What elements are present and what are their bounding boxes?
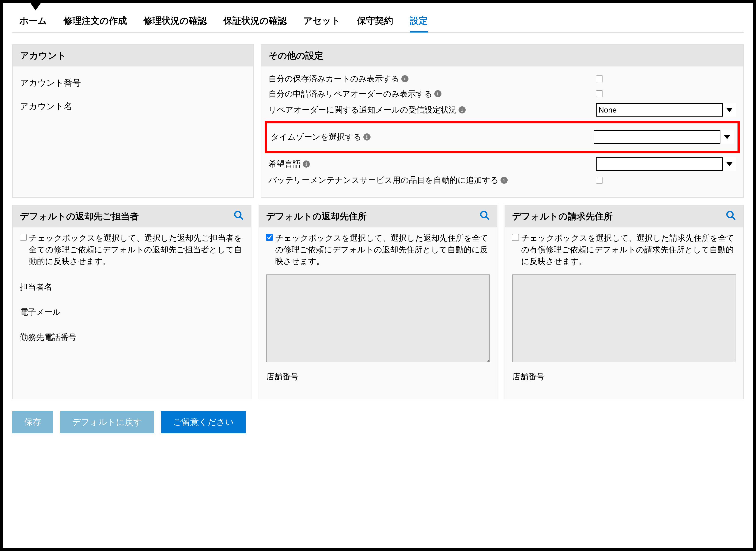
svg-line-1: [240, 216, 243, 219]
battery-row: バッテリーメンテナンスサービス用の品目を自動的に追加する i: [269, 172, 736, 188]
account-header: アカウント: [13, 45, 253, 66]
account-name-label: アカウント名: [20, 95, 246, 118]
svg-line-5: [732, 216, 735, 219]
search-icon[interactable]: [233, 210, 244, 223]
return-address-cb-text: チェックボックスを選択して、選択した返却先住所を全ての修理ご依頼にデフォルトの返…: [275, 232, 490, 267]
return-address-checkbox[interactable]: [266, 234, 273, 241]
tab-contract[interactable]: 保守契約: [357, 15, 393, 27]
info-icon[interactable]: i: [303, 160, 310, 168]
billing-address-panel: デフォルトの請求先住所 チェックボックスを選択して、選択した請求先住所を全ての有…: [505, 205, 744, 399]
info-icon[interactable]: i: [459, 106, 466, 113]
notify-label: リペアオーダーに関する通知メールの受信設定状況: [269, 104, 457, 116]
contact-email-label: 電子メール: [20, 300, 244, 325]
other-settings-panel: その他の設定 自分の保存済みカートのみ表示する i 自分の申請済みリペアオーダー…: [261, 44, 744, 198]
search-icon[interactable]: [726, 210, 736, 223]
language-select[interactable]: [596, 157, 736, 171]
note-button[interactable]: ご留意ください: [161, 411, 246, 433]
return-contact-checkbox[interactable]: [20, 234, 27, 241]
saved-cart-checkbox[interactable]: [596, 75, 603, 82]
tab-create-repair[interactable]: 修理注文の作成: [64, 15, 127, 27]
timezone-select[interactable]: [594, 130, 734, 144]
billing-address-header: デフォルトの請求先住所: [512, 210, 613, 222]
timezone-label: タイムゾーンを選択する: [271, 131, 362, 143]
notify-row: リペアオーダーに関する通知メールの受信設定状況 i None: [269, 101, 736, 118]
billing-address-checkbox[interactable]: [512, 234, 519, 241]
billing-address-textarea[interactable]: [512, 274, 736, 362]
repair-order-label: 自分の申請済みリペアオーダーのみ表示する: [269, 88, 432, 100]
tab-warranty-status[interactable]: 保証状況の確認: [223, 15, 287, 27]
language-label: 希望言語: [269, 158, 301, 170]
svg-point-4: [727, 211, 733, 217]
account-panel: アカウント アカウント番号 アカウント名: [12, 44, 254, 198]
contact-phone-label: 勤務先電話番号: [20, 325, 244, 350]
reset-button[interactable]: デフォルトに戻す: [60, 411, 154, 433]
tab-home[interactable]: ホーム: [19, 15, 47, 27]
button-row: 保存 デフォルトに戻す ご留意ください: [12, 411, 744, 433]
return-address-header: デフォルトの返却先住所: [266, 210, 367, 222]
return-contact-cb-text: チェックボックスを選択して、選択した返却先ご担当者を全ての修理ご依頼にデフォルト…: [29, 232, 244, 267]
saved-cart-row: 自分の保存済みカートのみ表示する i: [269, 71, 736, 86]
save-button[interactable]: 保存: [12, 411, 53, 433]
tab-repair-status[interactable]: 修理状況の確認: [144, 15, 207, 27]
account-number-label: アカウント番号: [20, 71, 246, 95]
battery-label: バッテリーメンテナンスサービス用の品目を自動的に追加する: [269, 174, 499, 186]
saved-cart-label: 自分の保存済みカートのみ表示する: [269, 73, 399, 84]
svg-point-2: [481, 211, 487, 217]
repair-order-checkbox[interactable]: [596, 90, 603, 97]
return-address-textarea[interactable]: [266, 274, 490, 362]
billing-store-label: 店舗番号: [512, 364, 736, 389]
search-icon[interactable]: [479, 210, 490, 223]
other-settings-header: その他の設定: [261, 45, 743, 66]
info-icon[interactable]: i: [434, 90, 441, 97]
pointer-arrow: [29, 1, 42, 10]
timezone-row-highlighted: タイムゾーンを選択する i: [265, 121, 740, 153]
language-row: 希望言語 i: [269, 155, 736, 172]
contact-name-label: 担当者名: [20, 274, 244, 300]
svg-point-0: [235, 211, 241, 217]
info-icon[interactable]: i: [501, 177, 508, 184]
return-address-panel: デフォルトの返却先住所 チェックボックスを選択して、選択した返却先住所を全ての修…: [259, 205, 498, 399]
return-contact-panel: デフォルトの返却先ご担当者 チェックボックスを選択して、選択した返却先ご担当者を…: [12, 205, 251, 399]
return-store-label: 店舗番号: [266, 364, 490, 389]
battery-checkbox[interactable]: [596, 177, 603, 183]
return-contact-header: デフォルトの返却先ご担当者: [20, 210, 139, 222]
nav-tabs: ホーム 修理注文の作成 修理状況の確認 保証状況の確認 アセット 保守契約 設定: [12, 8, 744, 33]
repair-order-row: 自分の申請済みリペアオーダーのみ表示する i: [269, 86, 736, 102]
tab-asset[interactable]: アセット: [303, 15, 340, 27]
billing-address-cb-text: チェックボックスを選択して、選択した請求先住所を全ての有償修理ご依頼にデフォルト…: [521, 232, 736, 267]
info-icon[interactable]: i: [363, 133, 371, 140]
notify-select[interactable]: None: [596, 103, 736, 116]
tab-settings[interactable]: 設定: [410, 15, 428, 33]
info-icon[interactable]: i: [401, 75, 408, 82]
svg-line-3: [486, 216, 489, 219]
